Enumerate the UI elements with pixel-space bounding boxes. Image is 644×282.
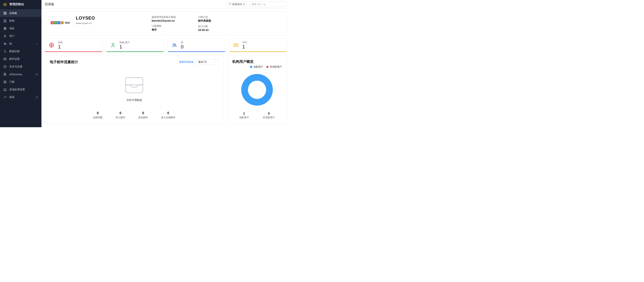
stats-row: 域名 1 机构 用户 1 组 0	[45, 38, 287, 52]
svg-rect-5	[4, 20, 6, 22]
user-icon	[3, 35, 7, 38]
search-icon	[228, 3, 231, 6]
legend-inactive: 非活跃用户	[266, 65, 282, 69]
stat-domain[interactable]: 域名 1	[45, 38, 102, 52]
svg-rect-3	[4, 14, 5, 14]
sidebar-item-reports[interactable]: 报表	[0, 93, 42, 101]
svg-rect-12	[4, 73, 6, 76]
email-stats: 0 总邮件数 0 传入邮件 0 传出邮件 0 传入垃圾邮件	[50, 111, 218, 119]
topbar: 仪表板 快速访问 ▼	[42, 0, 290, 9]
chart-legend: 活跃用户 非活跃用户	[232, 65, 282, 69]
sidebar-item-dashboard[interactable]: 仪表板	[0, 9, 42, 17]
subscription-icon	[3, 80, 7, 84]
sub-period-field: 订购期限 每年	[152, 24, 176, 32]
group-icon	[171, 42, 178, 48]
empty-text: 没有可用数据	[126, 98, 142, 102]
external-icon	[36, 96, 38, 98]
renewal-field: 续订日期 24-05-23	[198, 25, 211, 32]
estat-spam: 0 传入垃圾邮件	[161, 111, 176, 119]
view-all-reports-link[interactable]: 查看所有报表	[179, 60, 194, 64]
estat-incoming: 0 传入邮件	[116, 111, 125, 119]
reports-icon	[3, 96, 7, 99]
user-overview-panel: 机构用户概览 活跃用户 非活跃用户 1	[227, 55, 287, 124]
sidebar-item-users[interactable]: 用户	[0, 32, 42, 40]
estat-total: 0 总邮件数	[93, 111, 102, 119]
estat-outgoing: 0 传出邮件	[138, 111, 148, 119]
active-users-total: 1 活跃用户	[239, 112, 249, 119]
admin-email-field: 超级管理员的电子邮箱 bonnie@loyseo.cn	[152, 16, 176, 22]
org-summary-card: Z O H O Mail LOYSEO www.loyseo.cn 超级管理员的…	[45, 12, 287, 35]
sidebar-item-domains[interactable]: 域名	[0, 25, 42, 32]
pie-slice-icon	[250, 66, 252, 68]
globe-icon	[48, 42, 55, 48]
caret-down-icon: ▼	[243, 3, 245, 5]
sidebar-item-organization[interactable]: 机构	[0, 17, 42, 25]
user-icon	[110, 42, 116, 48]
svg-rect-15	[4, 89, 6, 90]
main: 仪表板 快速访问 ▼ Z O H O Mail LOYSEO	[42, 0, 290, 127]
sidebar-item-label: 安全与合规	[9, 65, 22, 68]
email-traffic-panel: 电子邮件流量统计 查看所有报表 最近7天	[45, 55, 224, 124]
sidebar-item-label: 邮件设置	[9, 57, 20, 61]
sidebar-item-label: 其他应用设置	[9, 88, 25, 91]
zoho-mail-logo: Z O H O Mail	[51, 21, 70, 24]
stat-licenses[interactable]: 许可 1	[229, 38, 287, 52]
page-title: 仪表板	[45, 2, 54, 6]
plan-field: 订购计划 邮件高级版	[198, 16, 211, 23]
search-input[interactable]	[250, 2, 287, 7]
sidebar-header: 管理控制台	[0, 0, 42, 9]
sidebar-item-subscription[interactable]: 订购	[0, 78, 42, 86]
donut-ring	[241, 74, 273, 106]
range-select[interactable]: 最近7天	[196, 59, 218, 65]
inbox-empty-icon	[122, 74, 146, 96]
sidebar-item-label: 报表	[9, 96, 14, 99]
sidebar-item-label: 机构	[9, 19, 14, 23]
sidebar: 管理控制台 仪表板 机构 域名 用户	[0, 0, 42, 127]
org-domain: www.loyseo.cn	[76, 22, 113, 25]
group-icon	[3, 42, 7, 45]
sidebar-item-label: 域名	[9, 27, 14, 30]
stat-users[interactable]: 机构 用户 1	[106, 38, 164, 52]
mail-icon	[3, 57, 7, 61]
svg-rect-6	[6, 20, 6, 22]
user-totals: 1 活跃用户 0 非活跃用户	[232, 112, 282, 119]
stat-groups[interactable]: 组 0	[168, 38, 226, 52]
ediscovery-icon	[3, 73, 7, 76]
sidebar-item-label: 用户	[9, 35, 14, 38]
building-icon	[3, 19, 7, 23]
sidebar-item-label: 订购	[9, 80, 14, 84]
donut-chart	[232, 69, 282, 110]
svg-rect-4	[6, 14, 6, 14]
sidebar-item-ediscovery[interactable]: eDiscovery	[0, 70, 42, 78]
external-icon	[36, 73, 38, 76]
org-name: LOYSEO	[76, 16, 113, 21]
apps-icon	[3, 88, 7, 91]
pie-slice-icon	[266, 66, 268, 68]
quick-access-label: 快速访问	[232, 3, 242, 6]
sidebar-item-other-apps[interactable]: 其他应用设置	[0, 86, 42, 93]
svg-point-8	[4, 35, 6, 36]
svg-point-19	[173, 44, 174, 45]
svg-point-18	[112, 43, 114, 45]
sidebar-item-security[interactable]: 安全与合规	[0, 63, 42, 70]
quick-access-dropdown[interactable]: 快速访问 ▼	[226, 2, 247, 7]
sidebar-item-groups[interactable]: 组	[0, 40, 42, 48]
svg-point-22	[234, 45, 236, 46]
legend-active: 活跃用户	[250, 65, 263, 69]
shield-icon	[3, 65, 7, 68]
dashboard-icon	[3, 12, 7, 15]
migration-icon	[3, 50, 7, 53]
panel-title: 机构用户概览	[232, 59, 282, 64]
svg-rect-1	[4, 12, 5, 13]
sidebar-item-migration[interactable]: 数据迁移	[0, 48, 42, 55]
chevron-down-icon	[215, 61, 217, 63]
globe-icon	[3, 27, 7, 30]
sidebar-item-label: eDiscovery	[9, 73, 22, 76]
panels-row: 电子邮件流量统计 查看所有报表 最近7天	[45, 55, 287, 124]
content: Z O H O Mail LOYSEO www.loyseo.cn 超级管理员的…	[42, 9, 290, 127]
sidebar-item-label: 数据迁移	[9, 50, 20, 53]
inactive-users-total: 0 非活跃用户	[263, 112, 275, 119]
chevron-right-icon	[36, 43, 38, 45]
svg-rect-2	[6, 12, 6, 13]
sidebar-item-mail-settings[interactable]: 邮件设置	[0, 55, 42, 63]
